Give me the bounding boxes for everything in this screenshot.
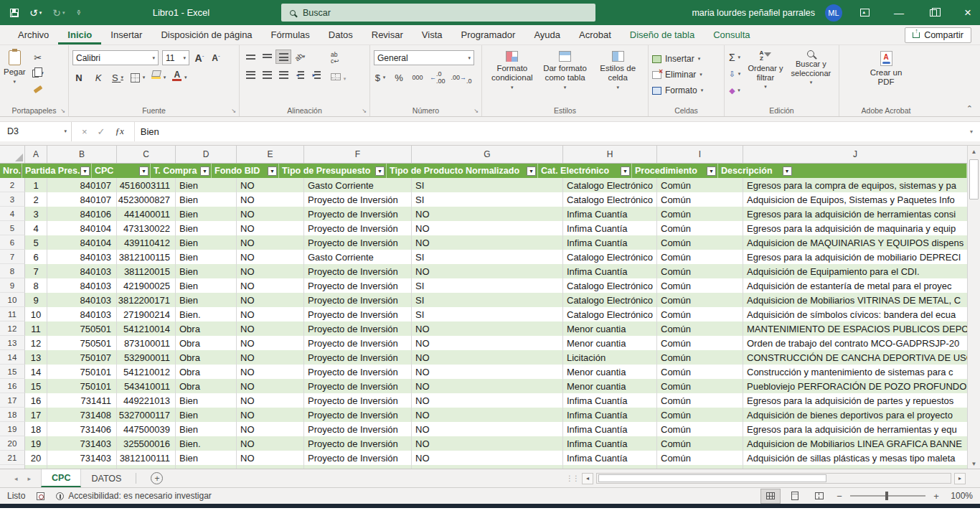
cell[interactable]: Obra (176, 336, 237, 350)
fill-button[interactable]: ⇩ ▾ (728, 67, 741, 81)
cell[interactable]: Obra (176, 379, 237, 393)
cell[interactable]: Proyecto de Inversión (304, 192, 412, 207)
cell[interactable]: Común (657, 451, 743, 465)
increase-decimal-button[interactable]: ←.0.00 (430, 70, 446, 85)
cell[interactable]: Bien (176, 178, 237, 192)
table-header-cell[interactable]: Descripción▼ (718, 164, 967, 178)
cell[interactable]: NO (237, 192, 304, 207)
cell[interactable]: NO (412, 235, 563, 250)
cell[interactable]: NO (237, 235, 304, 250)
font-dialog-launcher[interactable]: ↘ (231, 108, 236, 114)
cell[interactable]: SI (412, 178, 563, 192)
cell[interactable]: Adquisicion de Mobiliarios VITRINAS DE M… (743, 293, 967, 307)
search-input[interactable]: Buscar (281, 4, 595, 22)
conditional-formatting-button[interactable]: Formato condicional ▾ (486, 51, 539, 90)
cell[interactable]: NO (237, 422, 304, 436)
cell[interactable]: Proyecto de Inversión (304, 436, 412, 451)
borders-button[interactable]: ▾ (131, 70, 145, 85)
cell[interactable]: Menor cuantia (563, 379, 657, 393)
cell[interactable]: Común (657, 422, 743, 436)
accessibility-status[interactable]: Accesibilidad: es necesario investigar (56, 491, 211, 501)
customize-qat-button[interactable]: ▿̄ (76, 9, 81, 17)
font-name-select[interactable]: Calibri▾ (72, 50, 159, 65)
align-middle-button[interactable] (260, 50, 274, 63)
shrink-font-button[interactable]: Aˇ (209, 51, 222, 65)
row-header[interactable]: 18 (0, 408, 25, 422)
cell[interactable]: Infima Cuantía (563, 264, 657, 278)
cell[interactable]: 840104 (47, 235, 117, 250)
select-all-corner[interactable] (0, 146, 25, 163)
formula-input[interactable]: Bien (135, 126, 963, 137)
underline-button[interactable]: S ▾ (111, 70, 124, 85)
cell[interactable]: Bien. (176, 307, 237, 321)
column-header-C[interactable]: C (117, 146, 176, 163)
table-header-cell[interactable]: Procedimiento▼ (632, 164, 718, 178)
enter-entry-icon[interactable]: ✓ (98, 126, 105, 137)
cell[interactable]: Común (657, 307, 743, 321)
cell[interactable]: Adquisición de símbolos cívicos: bandera… (743, 307, 967, 321)
cell[interactable]: Construcción y mantenimiento de sistemas… (743, 365, 967, 379)
row-header[interactable]: 17 (0, 393, 25, 408)
tab-datos[interactable]: Datos (319, 26, 362, 44)
cell[interactable]: NO (237, 350, 304, 365)
cell[interactable]: MANTENIMIENTO DE ESPACIOS PUBLICOS DEPOR… (743, 321, 967, 336)
row-header[interactable]: 2 (0, 178, 25, 192)
cell[interactable]: Común (657, 436, 743, 451)
sort-filter-button[interactable]: AZ Ordenar y filtrar ▾ (744, 50, 787, 98)
cell[interactable]: 840103 (47, 307, 117, 321)
italic-button[interactable]: K (92, 70, 105, 85)
increase-indent-button[interactable]: ▸ (309, 68, 324, 81)
cell[interactable]: 750501 (47, 336, 117, 350)
cell[interactable]: 8 (25, 278, 47, 293)
bold-button[interactable]: N (72, 70, 85, 85)
table-header-cell[interactable]: Cat. Electrónico▼ (538, 164, 632, 178)
cell[interactable]: Bien (176, 422, 237, 436)
row-header[interactable]: 21 (0, 451, 25, 465)
grow-font-button[interactable]: Aˆ (193, 51, 206, 65)
cell[interactable]: NO (237, 278, 304, 293)
cell[interactable]: 13 (25, 350, 47, 365)
merge-center-button[interactable]: ▾ (331, 72, 346, 83)
cell[interactable]: Adquisición de bienes deportivos para el… (743, 408, 967, 422)
cell[interactable]: 4516003111 (117, 178, 176, 192)
row-header[interactable]: 19 (0, 422, 25, 436)
table-header-cell[interactable]: Tipo de Presupuesto▼ (279, 164, 387, 178)
filter-dropdown-icon[interactable]: ▼ (783, 166, 792, 176)
vertical-scrollbar-thumb[interactable] (969, 159, 979, 199)
cancel-entry-icon[interactable]: × (82, 126, 88, 137)
scroll-up-icon[interactable]: ▲ (968, 146, 980, 158)
cell[interactable]: Proyecto de Inversión (304, 350, 412, 365)
cell[interactable]: 10 (25, 307, 47, 321)
tab-revisar[interactable]: Revisar (362, 26, 413, 44)
table-header-cell[interactable]: Partida Pres.▼ (22, 164, 92, 178)
cell[interactable]: Gasto Corriente (304, 178, 412, 192)
cell[interactable]: Adquisicion de MAQUINARIAS Y EQUIPOS dis… (743, 235, 967, 250)
format-cells-button[interactable]: Formato▾ (652, 83, 720, 98)
table-header-cell[interactable]: Fondo BID▼ (212, 164, 279, 178)
insert-cells-button[interactable]: Insertar▾ (652, 52, 720, 66)
cell[interactable]: Infima Cuantía (563, 436, 657, 451)
cell[interactable]: 5 (25, 235, 47, 250)
cell[interactable]: NO (412, 264, 563, 278)
scroll-left-icon[interactable]: ◂ (582, 473, 593, 484)
cell[interactable]: 4523000827 (117, 192, 176, 207)
cell[interactable]: Común (657, 293, 743, 307)
cell[interactable]: 2 (25, 192, 47, 207)
paste-button[interactable]: Pegar ▾ (4, 50, 26, 96)
expand-formula-bar-button[interactable]: ▾ (963, 128, 980, 135)
cell[interactable]: 15 (25, 379, 47, 393)
cell[interactable]: Común (657, 379, 743, 393)
cell[interactable]: NO (412, 379, 563, 393)
row-header[interactable]: 5 (0, 221, 25, 235)
cell[interactable]: Bien (176, 278, 237, 293)
cell[interactable]: Proyecto de Inversión (304, 408, 412, 422)
page-break-view-button[interactable] (810, 489, 829, 503)
new-sheet-button[interactable]: + (151, 472, 163, 484)
cell[interactable]: 18 (25, 422, 47, 436)
column-header-A[interactable]: A (25, 146, 47, 163)
column-header-G[interactable]: G (412, 146, 563, 163)
tab-programador[interactable]: Programador (452, 26, 525, 44)
ribbon-display-options-button[interactable] (852, 0, 877, 25)
cell[interactable]: Obra (176, 321, 237, 336)
cell[interactable]: 750501 (47, 321, 117, 336)
